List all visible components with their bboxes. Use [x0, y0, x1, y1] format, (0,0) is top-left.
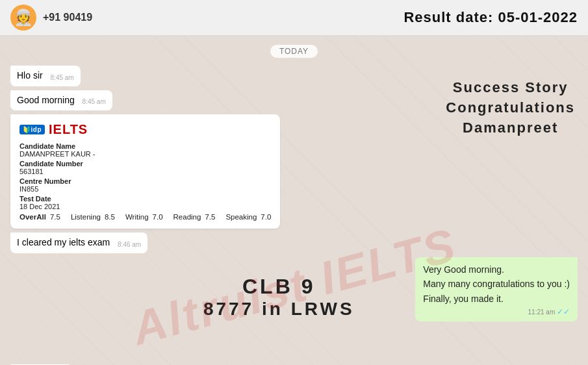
- ielts-brand: IELTS: [49, 122, 88, 137]
- msg-text: Good morning: [17, 95, 75, 105]
- avatar: 👳: [10, 5, 36, 31]
- listening-value: 8.5: [105, 213, 115, 221]
- writing-value: 7.0: [153, 213, 163, 221]
- read-receipts: ✓✓: [557, 307, 570, 316]
- msg-text: I cleared my ielts exam: [17, 237, 110, 247]
- listening-label: Listening: [71, 213, 101, 221]
- message-good-morning: Good morning 8:45 am: [10, 90, 112, 111]
- today-label: TODAY: [270, 45, 318, 58]
- speaking-label: Speaking: [225, 213, 257, 221]
- right-bubble-group: Very Good morning. Many many congratulat…: [415, 257, 578, 321]
- clb-info: CLB 9 8777 in LRWS: [203, 275, 355, 320]
- candidate-number-value: 563181: [19, 168, 271, 175]
- reading-label: Reading: [173, 213, 201, 221]
- candidate-name-value: DAMANPREET KAUR -: [19, 150, 271, 158]
- right-msg-time: 11:21 am ✓✓: [423, 307, 570, 316]
- right-line2: Many many congratulations to you :): [423, 277, 570, 291]
- today-badge: TODAY: [270, 45, 318, 57]
- overall-label: OverAll: [19, 213, 46, 221]
- centre-number-value: IN855: [19, 185, 271, 193]
- candidate-number-field: Candidate Number 563181: [19, 160, 271, 175]
- test-date-field: Test Date 18 Dec 2021: [19, 195, 271, 210]
- success-story-line3: Damanpreet: [446, 118, 575, 138]
- candidate-number-label: Candidate Number: [19, 160, 271, 168]
- test-date-value: 18 Dec 2021: [19, 203, 271, 210]
- success-story-line1: Success Story: [446, 78, 575, 98]
- right-line3: Finally, you made it.: [423, 292, 570, 306]
- writing-label: Writing: [125, 213, 149, 221]
- ielts-result-card: 🔰idp IELTS Candidate Name DAMANPREET KAU…: [10, 114, 280, 229]
- ielts-logo: 🔰idp IELTS: [19, 122, 271, 137]
- scores-overall-row: OverAll 7.5 Listening 8.5 Writing 7.0 Re…: [19, 213, 271, 221]
- speaking-value: 7.0: [261, 213, 271, 221]
- candidate-name-label: Candidate Name: [19, 142, 271, 150]
- success-story-line2: Congratulations: [446, 98, 575, 118]
- msg-time: 8:45 am: [83, 98, 106, 105]
- message-cleared: I cleared my ielts exam 8:46 am: [10, 233, 147, 253]
- centre-number-field: Centre Number IN855: [19, 177, 271, 193]
- contact-phone: +91 90419: [43, 12, 403, 23]
- reading-value: 7.5: [205, 213, 215, 221]
- candidate-name-field: Candidate Name DAMANPREET KAUR -: [19, 142, 271, 158]
- msg-time: 8:45 am: [51, 74, 74, 81]
- msg-text: Hlo sir: [17, 70, 43, 81]
- right-line1: Very Good morning.: [423, 262, 570, 277]
- centre-number-label: Centre Number: [19, 177, 271, 185]
- lrws-scores: 8777 in LRWS: [203, 299, 355, 320]
- idp-logo: 🔰idp: [19, 125, 45, 134]
- result-date: Result date: 05-01-2022: [403, 9, 578, 26]
- clb-number: CLB 9: [203, 275, 355, 299]
- chat-area: TODAY Success Story Congratulations Dama…: [0, 36, 588, 365]
- message-hlo-sir: Hlo sir 8:45 am: [10, 66, 81, 86]
- overall-value: 7.5: [50, 213, 60, 221]
- success-story-overlay: Success Story Congratulations Damanpreet: [446, 78, 575, 138]
- chat-header: 👳 +91 90419 Result date: 05-01-2022: [0, 0, 588, 36]
- msg-time: 8:46 am: [118, 241, 141, 248]
- right-time-value: 11:21 am: [528, 308, 556, 316]
- test-date-label: Test Date: [19, 195, 271, 203]
